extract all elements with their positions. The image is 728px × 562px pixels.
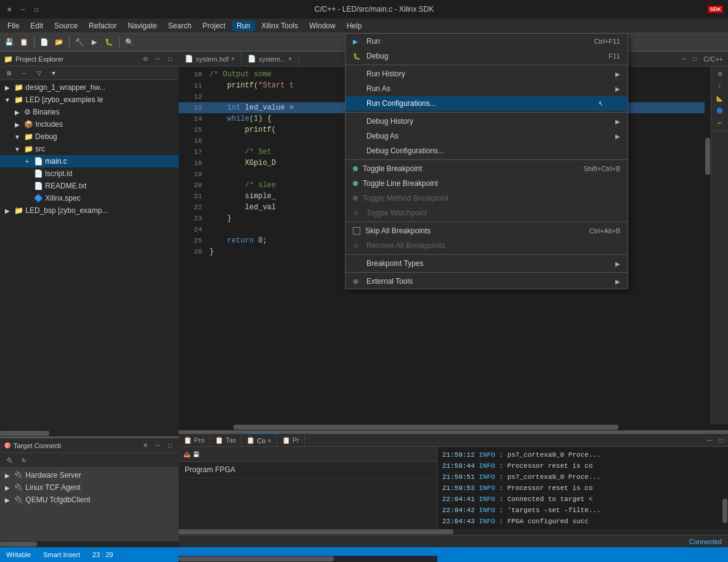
toolbar-run[interactable]: ▶	[87, 36, 101, 49]
tab-system2[interactable]: 📄 system... ×	[241, 52, 299, 66]
menu-item-file[interactable]: File	[2, 20, 24, 31]
run-menu-runas[interactable]: Run As ▶	[346, 81, 628, 96]
co-tab-close[interactable]: ×	[267, 437, 271, 444]
fpga-hscrollbar[interactable]	[179, 556, 437, 562]
menu-item-source[interactable]: Source	[49, 20, 83, 31]
tc-min-button[interactable]: ─	[153, 441, 163, 451]
right-panel-btn-1[interactable]: ⚙	[715, 69, 725, 79]
editor-vscrollbar[interactable]	[705, 66, 711, 424]
editor-max-button[interactable]: □	[690, 54, 700, 64]
tree-item-design[interactable]: ▶ 📁 design_1_wrapper_hw...	[0, 81, 179, 94]
menu-item-project[interactable]: Project	[198, 20, 230, 31]
tree-item-readme[interactable]: 📄 README.txt	[0, 180, 179, 192]
menubar: FileEditSourceRefactorNavigateSearchProj…	[0, 18, 728, 33]
console-vscrollbar[interactable]	[722, 447, 728, 533]
editor-hscrollbar[interactable]	[179, 424, 728, 430]
tree-item-debug[interactable]: ▼ 📁 Debug	[0, 130, 179, 143]
console-log-line: 22:04:41 INFO : Connected to target <	[442, 494, 723, 505]
tree-item-includes[interactable]: ▶ 📦 Includes	[0, 118, 179, 130]
link-editor-icon[interactable]: ↔	[17, 66, 31, 80]
target-hw-server[interactable]: ▶ 🔌 Hardware Server	[0, 469, 179, 481]
run-menu-debug-configs[interactable]: Debug Configurations...	[346, 143, 628, 158]
run-menu-toggle-line-bp[interactable]: Toggle Line Breakpoint	[346, 176, 628, 191]
tc-hscrollbar-thumb	[0, 542, 37, 547]
menu-item-search[interactable]: Search	[163, 20, 196, 31]
right-panel-btn-4[interactable]: 🔵	[715, 106, 725, 116]
skip-all-bp-shortcut: Ctrl+Alt+B	[589, 227, 620, 235]
console-hscrollbar[interactable]	[179, 529, 728, 535]
tab-system2-close[interactable]: ×	[288, 55, 292, 62]
run-menu-configs[interactable]: Run Configurations... ↖	[346, 96, 628, 111]
panel-max-button[interactable]: □	[165, 54, 175, 64]
run-menu-bp-types[interactable]: Breakpoint Types ▶	[346, 256, 628, 271]
tas-tab-label: Tas	[225, 436, 236, 444]
collapse-all-icon[interactable]: ⊞	[2, 66, 16, 80]
minimize-button[interactable]: ─	[18, 5, 27, 14]
tab-system-hdf[interactable]: 📄 system.hdf ×	[179, 52, 241, 66]
view-menu-icon[interactable]: ▼	[47, 66, 60, 80]
run-menu-debug[interactable]: 🐛 Debug F11	[346, 49, 628, 63]
panel-min-button[interactable]: ─	[153, 54, 163, 64]
menu-item-run[interactable]: Run	[232, 20, 255, 31]
cpp-label[interactable]: C/C++	[701, 55, 726, 63]
toolbar-new[interactable]: 📄	[38, 36, 51, 49]
menu-item-help[interactable]: Help	[342, 20, 367, 31]
console-header-right: ─ □	[702, 435, 728, 445]
right-panel-section-1: ⚙ ↕ 📐 🔵 ↩	[711, 66, 728, 131]
toolbar-debug[interactable]: 🐛	[102, 36, 116, 49]
tc-hscrollbar[interactable]	[0, 541, 179, 547]
console-max-button[interactable]: □	[716, 435, 726, 445]
close-button[interactable]: ✕	[5, 5, 14, 14]
fpga-icon2[interactable]: 💾	[193, 451, 200, 457]
console-log-line: 21:59:44 INFO : Processor reset is co	[442, 460, 723, 472]
console-tab-pro[interactable]: 📋 Pro	[179, 433, 210, 448]
tcf-agent-label: 🔌 Linux TCF Agent	[14, 483, 81, 492]
console-tab-co[interactable]: 📋 Co ×	[241, 433, 277, 448]
target-qemu[interactable]: ▶ 🔌 QEMU TcfgdbClient	[0, 494, 179, 506]
menu-item-navigate[interactable]: Navigate	[123, 20, 161, 31]
run-menu-history[interactable]: Run History ▶	[346, 66, 628, 81]
skip-all-bp-checkbox	[353, 227, 360, 235]
console-min-button[interactable]: ─	[705, 435, 714, 445]
menu-item-xilinx-tools[interactable]: Xilinx Tools	[256, 20, 303, 31]
tc-max-button[interactable]: □	[165, 441, 175, 451]
tc-refresh-icon[interactable]: ↻	[17, 454, 31, 467]
right-panel-btn-5[interactable]: ↩	[715, 118, 725, 128]
collapse-view-icon[interactable]: ⊖	[140, 54, 150, 64]
tree-item-led[interactable]: ▼ 📁 LED [zybo_examples le	[0, 94, 179, 106]
fpga-icon[interactable]: 📤	[184, 451, 190, 457]
tree-item-ledbsp[interactable]: ▶ 📁 LED_bsp [zybo_examp...	[0, 204, 179, 217]
console-tab-pr2[interactable]: 📋 Pr	[277, 433, 305, 448]
toolbar-save-all[interactable]: 📋	[17, 36, 31, 49]
right-panel-btn-2[interactable]: ↕	[715, 81, 725, 91]
toolbar-build[interactable]: 🔨	[73, 36, 86, 49]
menu-item-edit[interactable]: Edit	[25, 20, 48, 31]
tree-item-xilinxspec[interactable]: 🔷 Xilinx.spec	[0, 192, 179, 204]
tree-item-binaries[interactable]: ▶ ⚙ Binaries	[0, 106, 179, 118]
tree-item-lscript[interactable]: 📄 lscript.ld	[0, 167, 179, 180]
toolbar-search[interactable]: 🔍	[123, 36, 136, 49]
toolbar-open[interactable]: 📂	[52, 36, 66, 49]
maximize-button[interactable]: □	[32, 5, 41, 14]
editor-min-button[interactable]: ─	[679, 54, 689, 64]
tree-item-mainc[interactable]: + 📄 main.c	[0, 155, 179, 167]
right-panel-btn-3[interactable]: 📐	[715, 94, 725, 103]
target-tcf-agent[interactable]: ▶ 🔌 Linux TCF Agent	[0, 481, 179, 494]
explorer-hscrollbar[interactable]	[0, 430, 179, 436]
run-menu-run[interactable]: ▶ Run Ctrl+F11	[346, 34, 628, 49]
run-menu-debug-history[interactable]: Debug History ▶	[346, 114, 628, 129]
run-menu-debug-as[interactable]: Debug As ▶	[346, 129, 628, 143]
toolbar-save[interactable]: 💾	[2, 36, 16, 49]
console-tab-tas[interactable]: 📋 Tas	[210, 433, 241, 448]
run-menu-toggle-bp[interactable]: Toggle Breakpoint Shift+Ctrl+B	[346, 161, 628, 176]
menu-item-window[interactable]: Window	[304, 20, 341, 31]
run-menu-skip-all-bp[interactable]: Skip All Breakpoints Ctrl+Alt+B	[346, 223, 628, 238]
run-menu-external-tools[interactable]: ⚙ External Tools ▶	[346, 274, 628, 289]
tc-connect-icon[interactable]: 🔌	[2, 454, 16, 467]
expand-hwserver: ▶	[2, 470, 12, 480]
menu-item-refactor[interactable]: Refactor	[84, 20, 121, 31]
filter-icon[interactable]: ▽	[32, 66, 46, 80]
tc-close-icon[interactable]: ✕	[140, 441, 150, 451]
tab-system-hdf-close[interactable]: ×	[231, 55, 235, 62]
tree-item-src[interactable]: ▼ 📁 src	[0, 143, 179, 155]
